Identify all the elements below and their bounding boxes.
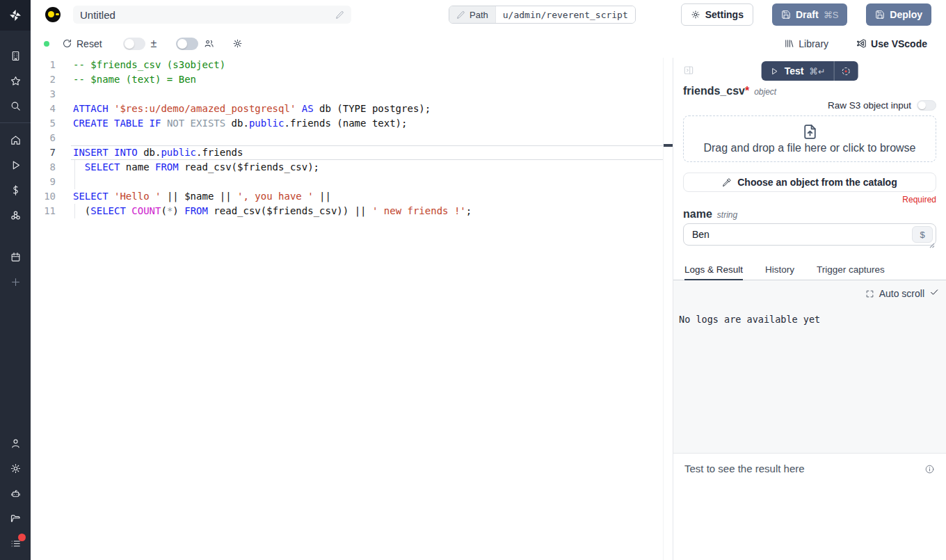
code-text: SELECT name FROM read_csv($friends_csv); xyxy=(56,160,319,175)
panel-tabs: Logs & Result History Trigger captures xyxy=(673,264,946,280)
capture-test-button[interactable] xyxy=(834,61,858,81)
settings-icon[interactable] xyxy=(0,456,31,481)
code-line-9[interactable]: 9 xyxy=(31,175,673,189)
editor-toolbar: Reset ± Library Use VScode xyxy=(31,29,946,58)
line-number: 5 xyxy=(31,116,56,131)
save-icon xyxy=(781,10,791,19)
collapse-panel-icon[interactable] xyxy=(683,65,694,76)
code-editor[interactable]: 1-- $friends_csv (s3object)2-- $name (te… xyxy=(31,58,673,560)
tab-history[interactable]: History xyxy=(765,264,794,280)
windmill-logo-icon xyxy=(8,8,22,22)
auto-scroll-toggle[interactable]: Auto scroll xyxy=(865,287,939,300)
left-sidebar xyxy=(0,0,31,560)
diff-symbol: ± xyxy=(151,38,157,50)
code-text: INSERT INTO db.public.friends xyxy=(56,145,243,160)
duckdb-icon xyxy=(45,7,61,22)
code-line-7[interactable]: 7INSERT INTO db.public.friends xyxy=(31,145,673,160)
sidebar-divider xyxy=(0,122,31,123)
draft-button[interactable]: Draft ⌘S xyxy=(772,3,847,26)
refresh-icon xyxy=(62,38,72,49)
ai-assistant-icon[interactable] xyxy=(0,481,31,506)
code-text xyxy=(56,87,73,102)
tab-trigger-captures[interactable]: Trigger captures xyxy=(817,264,885,280)
line-number: 10 xyxy=(31,189,56,204)
user-icon[interactable] xyxy=(0,431,31,456)
settings-button[interactable]: Settings xyxy=(681,3,753,26)
field-name: friends_csv xyxy=(683,85,745,97)
home-icon[interactable] xyxy=(0,127,31,152)
code-text: -- $friends_csv (s3object) xyxy=(56,58,225,72)
code-line-2[interactable]: 2-- $name (text) = Ben xyxy=(31,72,673,87)
code-text xyxy=(56,175,73,189)
test-label: Test xyxy=(785,65,804,77)
library-icon xyxy=(784,38,794,49)
line-number: 9 xyxy=(31,175,56,189)
add-icon[interactable] xyxy=(0,269,31,294)
script-title-input[interactable] xyxy=(80,9,335,21)
reset-button[interactable]: Reset xyxy=(62,38,102,49)
code-line-1[interactable]: 1-- $friends_csv (s3object) xyxy=(31,58,673,72)
path-value: u/admin/reverent_script xyxy=(495,6,635,23)
auto-scroll-label: Auto scroll xyxy=(879,288,924,299)
right-panel: Test ⌘↵ friends_csv* object xyxy=(673,58,946,560)
workspace-icon[interactable] xyxy=(0,43,31,68)
windmill-logo[interactable] xyxy=(0,0,31,31)
code-line-3[interactable]: 3 xyxy=(31,87,673,102)
logs-pane: Auto scroll No logs are available yet xyxy=(673,280,946,454)
folders-icon[interactable] xyxy=(0,506,31,531)
path-label: Path xyxy=(470,10,488,20)
audit-logs-icon[interactable] xyxy=(0,531,31,556)
name-input[interactable] xyxy=(684,229,912,240)
connection-status-dot xyxy=(44,41,49,47)
code-line-5[interactable]: 5CREATE TABLE IF NOT EXISTS db.public.fr… xyxy=(31,116,673,131)
code-line-6[interactable]: 6 xyxy=(31,131,673,145)
code-text: ATTACH '$res:u/demo/amazed_postgresql' A… xyxy=(56,102,431,116)
favorites-icon[interactable] xyxy=(0,68,31,93)
code-line-11[interactable]: 11 (SELECT COUNT(*) FROM read_csv($frien… xyxy=(31,204,673,218)
line-number: 1 xyxy=(31,58,56,72)
code-lines: 1-- $friends_csv (s3object)2-- $name (te… xyxy=(31,58,673,218)
tab-logs-result[interactable]: Logs & Result xyxy=(684,264,743,280)
multiplayer-users-icon[interactable] xyxy=(204,38,214,49)
edit-title-pencil-icon[interactable] xyxy=(335,10,344,19)
multiplayer-toggle[interactable] xyxy=(176,38,198,50)
deploy-button[interactable]: Deploy xyxy=(866,3,931,26)
schedules-icon[interactable] xyxy=(0,244,31,269)
line-number: 3 xyxy=(31,87,56,102)
use-vscode-button[interactable]: Use VScode xyxy=(856,38,927,49)
diff-toggle[interactable] xyxy=(123,38,145,50)
capture-icon xyxy=(841,66,851,77)
field-type: string xyxy=(717,210,737,220)
draft-label: Draft xyxy=(796,9,819,20)
catalog-button-label: Choose an object from the catalog xyxy=(737,177,897,188)
use-vscode-label: Use VScode xyxy=(871,38,927,49)
test-shortcut: ⌘↵ xyxy=(809,66,825,77)
library-button[interactable]: Library xyxy=(784,38,828,49)
eyedropper-icon xyxy=(722,177,732,187)
editor-settings-gear-icon[interactable] xyxy=(232,38,243,49)
test-button[interactable]: Test ⌘↵ xyxy=(762,65,834,77)
check-icon xyxy=(929,287,939,300)
choose-object-catalog-button[interactable]: Choose an object from the catalog xyxy=(683,173,936,192)
code-line-4[interactable]: 4ATTACH '$res:u/demo/amazed_postgresql' … xyxy=(31,102,673,116)
notification-badge xyxy=(18,534,26,541)
variables-icon[interactable] xyxy=(0,177,31,202)
runs-icon[interactable] xyxy=(0,152,31,177)
name-field-header: name string xyxy=(683,208,936,221)
path-button[interactable]: Path u/admin/reverent_script xyxy=(449,6,636,24)
code-line-10[interactable]: 10SELECT 'Hello ' || $name || ', you hav… xyxy=(31,189,673,204)
overview-ruler xyxy=(663,58,673,560)
result-placeholder: Test to see the result here xyxy=(684,463,805,474)
field-type: object xyxy=(754,87,776,97)
code-line-8[interactable]: 8 SELECT name FROM read_csv($friends_csv… xyxy=(31,160,673,175)
info-icon[interactable] xyxy=(924,464,935,474)
top-bar: Path u/admin/reverent_script Settings Dr… xyxy=(31,0,946,29)
raw-s3-toggle[interactable] xyxy=(917,100,936,111)
deploy-label: Deploy xyxy=(890,9,922,20)
resize-handle[interactable] xyxy=(929,239,935,244)
resources-icon[interactable] xyxy=(0,202,31,227)
file-dropzone[interactable]: Drag and drop a file here or click to br… xyxy=(683,115,936,162)
search-icon[interactable] xyxy=(0,93,31,118)
code-text: CREATE TABLE IF NOT EXISTS db.public.fri… xyxy=(56,116,407,131)
script-title-field[interactable] xyxy=(73,6,351,24)
